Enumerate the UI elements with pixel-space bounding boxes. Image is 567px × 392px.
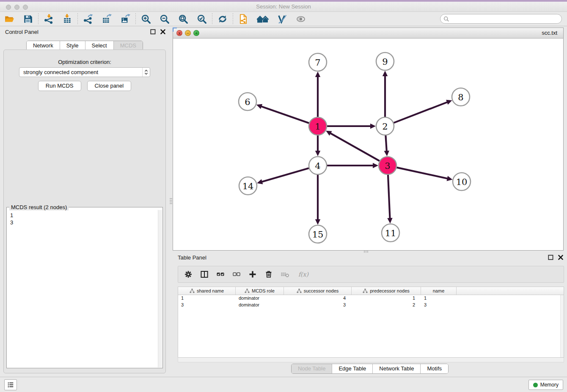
open-folder-icon[interactable] [4,14,14,24]
tab-style[interactable]: Style [60,41,85,50]
toolbar-separator [77,13,78,25]
zoom-selected-icon[interactable] [197,14,207,24]
close-panel-icon[interactable] [160,28,166,35]
memory-button[interactable]: Memory [528,380,563,390]
table-cell[interactable]: 1 [352,295,421,302]
column-header-shared-name[interactable]: shared name [178,287,236,295]
import-table-icon[interactable] [62,14,72,24]
close-panel-button[interactable]: Close panel [87,81,132,91]
titlebar[interactable]: Session: New Session [0,2,567,12]
export-network-icon[interactable] [83,14,93,24]
graph-edge-arrowhead [315,219,320,225]
table-cell[interactable]: 3 [178,302,236,309]
table-vertical-scrollbar[interactable] [560,295,564,357]
table-cell[interactable]: 2 [352,302,421,309]
gear-icon[interactable] [184,270,193,279]
table-cell[interactable]: 3 [421,302,457,309]
column-header-predecessor-nodes[interactable]: predecessor nodes [352,287,421,295]
mcds-result-text[interactable]: 1 3 [8,211,157,367]
column-header-label: MCDS role [252,288,275,293]
control-panel: Control Panel NetworkStyleSelectMCDS Opt… [0,26,169,377]
add-icon[interactable] [248,270,257,279]
graph-edge-arrowhead [383,71,388,76]
node-table: shared nameMCDS rolesuccessor nodesprede… [178,287,564,358]
tab-network-table[interactable]: Network Table [372,364,420,373]
split-view-icon[interactable] [200,270,209,279]
graph-edge-3-1[interactable] [330,133,380,161]
table-cell[interactable]: dominator [236,302,284,309]
table-row[interactable]: 1dominator411 [178,295,564,302]
graph-edge-4-14[interactable] [261,168,309,182]
fx-icon[interactable]: f(x) [297,270,310,279]
graph-node-label: 3 [385,161,390,171]
graph-node-label: 14 [242,181,254,191]
tab-node-table[interactable]: Node Table [292,364,332,373]
network-title: scc.txt [173,30,557,36]
trash-icon[interactable] [264,270,273,279]
column-header-name[interactable]: name [421,287,457,295]
graph-edge-arrowhead [384,151,389,156]
zoom-out-icon[interactable] [160,14,170,24]
close-panel-icon[interactable] [557,254,564,261]
tab-edge-table[interactable]: Edge Table [332,364,372,373]
home-icon[interactable] [257,14,269,24]
graph-edge-3-11[interactable] [388,175,390,219]
search-input[interactable] [449,15,561,23]
show-panels-button[interactable] [4,379,17,390]
optimization-criterion-label: Optimization criterion: [4,59,165,65]
status-bar: Memory [0,377,567,392]
graph-edge-2-3[interactable] [385,135,386,152]
toolbar-separator [135,13,136,25]
application-window: Session: New Session Control Panel Netwo… [0,0,567,392]
mcds-tab-content: Optimization criterion: strongly connect… [3,50,166,373]
export-image-icon[interactable] [120,14,130,24]
save-icon[interactable] [23,14,33,24]
deselect-all-icon[interactable] [232,270,241,279]
graph-edge-arrowhead [315,151,320,156]
search-field[interactable] [440,14,562,24]
graph-node-label: 10 [456,177,468,187]
panel-divider-gripper[interactable] [170,198,172,204]
graph-edge-2-8[interactable] [394,102,448,123]
graph-edge-arrowhead [370,124,376,129]
float-panel-icon[interactable] [548,254,554,261]
import-network-icon[interactable] [44,14,54,24]
table-cell[interactable]: 3 [284,302,352,309]
float-panel-icon[interactable] [150,28,157,35]
table-cell[interactable]: 4 [284,295,352,302]
graph-edge-3-10[interactable] [396,168,448,179]
table-cell[interactable]: dominator [236,295,284,302]
network-file-icon[interactable] [238,14,248,24]
column-header-MCDS-role[interactable]: MCDS role [236,287,284,295]
tab-network[interactable]: Network [27,41,60,50]
graph-node-label: 9 [382,57,388,67]
table-cell[interactable]: 1 [421,295,457,302]
table-cell[interactable]: 1 [178,295,236,302]
tab-mcds[interactable]: MCDS [113,41,143,50]
export-table-icon[interactable] [102,14,112,24]
run-mcds-button[interactable]: Run MCDS [38,81,81,91]
network-canvas[interactable]: 7968124314101511 [173,39,563,250]
table-toolbar: f(x) [178,266,564,283]
tab-motifs[interactable]: Motifs [420,364,448,373]
memory-status-icon [533,383,538,387]
toggle-graphics-details-icon[interactable] [277,14,287,24]
column-header-label: predecessor nodes [370,288,410,293]
graph-edge-arrowhead [315,72,320,77]
zoom-in-icon[interactable] [141,14,151,24]
graph-edge-1-6[interactable] [261,106,309,123]
network-window-titlebar[interactable]: x − + scc.txt [173,28,563,39]
tab-select[interactable]: Select [85,41,113,50]
table-row[interactable]: 3dominator323 [178,302,564,309]
result-scrollbar[interactable] [158,210,162,367]
table-horizontal-scrollbar[interactable] [178,358,564,362]
select-all-icon[interactable] [216,270,225,279]
main-toolbar [0,12,567,26]
control-panel-title: Control Panel [0,29,39,35]
criterion-dropdown[interactable]: strongly connected component [19,67,150,77]
zoom-fit-icon[interactable] [178,14,188,24]
delete-table-icon[interactable] [281,270,290,279]
eye-icon[interactable] [296,14,306,24]
refresh-icon[interactable] [217,14,228,24]
column-header-successor-nodes[interactable]: successor nodes [284,287,352,295]
